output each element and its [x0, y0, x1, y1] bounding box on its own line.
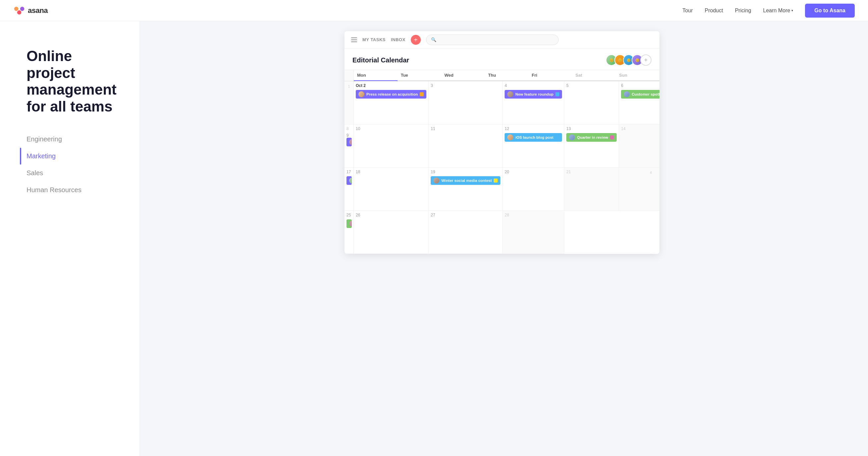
- cal-cell-13: 13 Quarter in review: [564, 124, 619, 168]
- team-item-hr-wrapper: Human Resources: [27, 181, 119, 198]
- cal-cell-5: 5: [564, 81, 619, 124]
- main-nav: Tour Product Pricing Learn More ▾ Go to …: [682, 4, 855, 18]
- nav-learn-more[interactable]: Learn More ▾: [763, 8, 794, 13]
- cal-date: 19: [431, 170, 500, 174]
- calendar-header: Editorial Calendar 😊 😊 😊 😊 +: [344, 49, 659, 70]
- cal-cell-14: 14: [619, 124, 659, 168]
- chevron-down-icon: ▾: [792, 9, 793, 12]
- cal-cell-12: 12 iOS launch blog post: [503, 124, 564, 168]
- logo-text: asana: [28, 6, 48, 15]
- app-topbar: MY TASKS INBOX + 🔍: [344, 31, 659, 49]
- hamburger-icon[interactable]: [351, 37, 357, 42]
- logo[interactable]: asana: [13, 5, 48, 17]
- cal-cell-28: 28: [503, 211, 564, 254]
- cal-date: 13: [566, 126, 617, 131]
- calendar-day-headers: Mon Tue Wed Thu Fri Sat Sun: [344, 70, 659, 81]
- cal-event-press-release[interactable]: Press release on acquisition: [356, 90, 426, 98]
- team-item-human-resources[interactable]: Human Resources: [27, 181, 119, 198]
- cal-cell-25: 25 Customer spotlight #2: [344, 211, 354, 254]
- cal-date: 26: [356, 213, 426, 218]
- event-avatar: [507, 91, 513, 97]
- cal-event-customer-spotlight-2[interactable]: Customer spotlight #2: [346, 219, 352, 228]
- hero-title: Online project management for all teams: [27, 48, 119, 115]
- svg-point-0: [17, 10, 22, 15]
- cal-cell-26: 26: [354, 211, 429, 254]
- cal-cell-27: 27: [429, 211, 503, 254]
- cal-cell-18: 18: [354, 168, 429, 211]
- cal-date: 4: [505, 83, 562, 88]
- day-header-tue: Tue: [398, 70, 441, 81]
- cal-date: 6: [621, 83, 659, 88]
- event-avatar: [349, 221, 352, 227]
- main-layout: Online project management for all teams …: [0, 21, 868, 456]
- search-icon: 🔍: [431, 37, 436, 42]
- search-bar[interactable]: 🔍: [426, 34, 559, 45]
- day-header-sun: Sun: [616, 70, 659, 81]
- calendar-body: 1 Oct 2 Press release on acquisition 3 4: [344, 81, 659, 254]
- nav-product[interactable]: Product: [705, 8, 723, 13]
- cal-event-work-life[interactable]: Work-life balance newsletter: [346, 138, 352, 146]
- cal-date: 25: [346, 213, 351, 218]
- active-indicator: [20, 148, 21, 165]
- my-tasks-tab[interactable]: MY TASKS: [362, 37, 385, 42]
- cal-date: 20: [505, 170, 562, 174]
- cal-cell-oct2: Oct 2 Press release on acquisition: [354, 81, 429, 124]
- left-sidebar: Online project management for all teams …: [0, 21, 139, 456]
- cal-cell-6: 6 Customer spotlight #1: [619, 81, 659, 124]
- add-avatar-button[interactable]: +: [640, 54, 651, 66]
- event-tag: [610, 135, 614, 139]
- cal-date-9: 9: [346, 133, 349, 138]
- event-tag: [555, 135, 559, 139]
- cal-event-winter-social[interactable]: Winter social media contest: [431, 176, 500, 185]
- add-button[interactable]: +: [411, 35, 421, 45]
- cal-date: 5: [566, 83, 617, 88]
- day-header-thu: Thu: [485, 70, 528, 81]
- cal-cell-21: 21: [564, 168, 619, 211]
- day-header-mon: Mon: [354, 70, 398, 81]
- cal-date: 17: [346, 170, 351, 174]
- asana-logo-icon: [13, 5, 25, 17]
- cal-event-customer-spotlight-1[interactable]: Customer spotlight #1: [621, 90, 659, 98]
- app-window: MY TASKS INBOX + 🔍 Editorial Calendar 😊 …: [344, 31, 659, 254]
- cal-date: 8: [346, 126, 351, 131]
- event-avatar: [359, 91, 364, 97]
- header: asana Tour Product Pricing Learn More ▾ …: [0, 0, 868, 21]
- team-item-sales-wrapper: Sales: [27, 165, 119, 181]
- cal-date: 3: [431, 83, 500, 88]
- event-tag: [555, 92, 559, 96]
- week-num-1: 1: [344, 81, 354, 124]
- day-header-wed: Wed: [441, 70, 485, 81]
- cal-event-feature-roundup[interactable]: New feature roundup: [505, 90, 562, 98]
- event-avatar: [349, 177, 352, 183]
- event-avatar: [433, 177, 439, 183]
- nav-tour[interactable]: Tour: [682, 8, 692, 13]
- cal-cell-4: 4 New feature roundup: [503, 81, 564, 124]
- team-item-sales[interactable]: Sales: [27, 165, 119, 181]
- inbox-tab[interactable]: INBOX: [391, 37, 405, 42]
- day-header-sat: Sat: [572, 70, 616, 81]
- event-tag: [494, 178, 498, 182]
- cal-cell-8-9: 8 9 Work-life balance newsletter: [344, 124, 354, 168]
- nav-pricing[interactable]: Pricing: [735, 8, 751, 13]
- go-to-asana-button[interactable]: Go to Asana: [805, 4, 855, 18]
- cal-cell-3: 3: [429, 81, 503, 124]
- cal-event-product-update[interactable]: Product update: [346, 176, 352, 185]
- event-avatar: [507, 135, 513, 140]
- team-item-marketing[interactable]: Marketing: [27, 148, 56, 165]
- cal-date: 18: [356, 170, 426, 174]
- team-list: Engineering Marketing Sales Human Resour…: [27, 131, 119, 198]
- avatar-group: 😊 😊 😊 😊 +: [606, 54, 651, 66]
- cal-event-ios-launch[interactable]: iOS launch blog post: [505, 133, 562, 142]
- svg-point-2: [20, 7, 25, 11]
- cal-date: 12: [505, 126, 562, 131]
- cal-date: 27: [431, 213, 500, 218]
- event-avatar: [349, 139, 352, 145]
- day-header-fri: Fri: [528, 70, 572, 81]
- team-item-engineering-wrapper: Engineering: [27, 131, 119, 148]
- cal-cell-20: 20: [503, 168, 564, 211]
- app-demo: MY TASKS INBOX + 🔍 Editorial Calendar 😊 …: [139, 21, 868, 456]
- svg-point-1: [14, 7, 19, 11]
- cal-cell-11: 11: [429, 124, 503, 168]
- team-item-engineering[interactable]: Engineering: [27, 131, 119, 148]
- cal-event-quarter-review[interactable]: Quarter in review: [566, 133, 617, 142]
